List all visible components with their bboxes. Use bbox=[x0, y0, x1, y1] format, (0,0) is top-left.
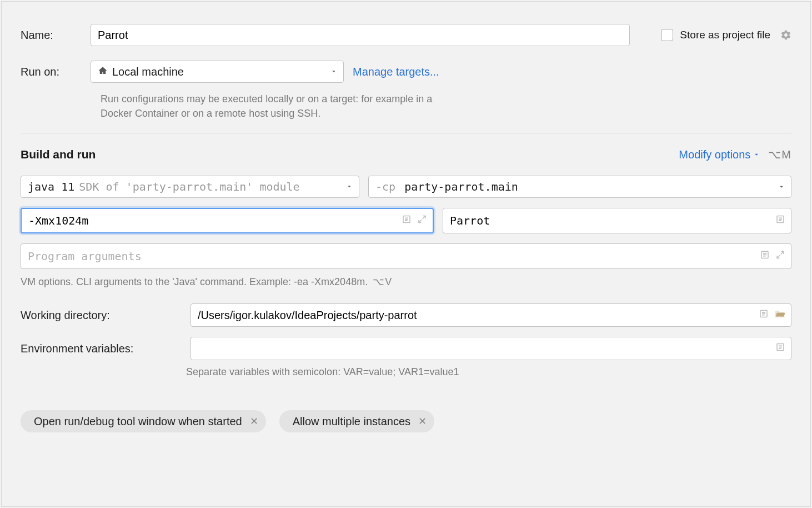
env-vars-hint: Separate variables with semicolon: VAR=v… bbox=[186, 365, 791, 379]
jdk-desc: SDK of 'party-parrot.main' module bbox=[79, 180, 299, 193]
modify-options-link[interactable]: Modify options bbox=[679, 148, 760, 161]
run-on-target-select[interactable]: Local machine bbox=[91, 61, 344, 83]
chip-open-tool-window[interactable]: Open run/debug tool window when started … bbox=[21, 410, 266, 432]
working-dir-field-wrap bbox=[191, 303, 791, 327]
working-dir-input[interactable] bbox=[191, 304, 791, 326]
section-divider bbox=[21, 133, 791, 133]
expand-icon[interactable] bbox=[774, 249, 786, 264]
working-dir-row: Working directory: bbox=[21, 303, 791, 327]
name-label: Name: bbox=[21, 29, 82, 42]
list-icon[interactable] bbox=[759, 249, 771, 264]
run-on-target-value: Local machine bbox=[112, 66, 184, 78]
build-run-header: Build and run Modify options ⌥M bbox=[21, 148, 791, 161]
vm-main-row bbox=[21, 208, 791, 233]
program-args-field-wrap bbox=[21, 243, 791, 269]
options-chips: Open run/debug tool window when started … bbox=[21, 410, 791, 432]
env-vars-row: Environment variables: bbox=[21, 337, 791, 360]
jdk-name: java 11 bbox=[28, 180, 74, 193]
close-icon[interactable]: ✕ bbox=[418, 416, 427, 426]
close-icon[interactable]: ✕ bbox=[250, 416, 258, 426]
name-input[interactable] bbox=[91, 24, 630, 46]
run-on-label: Run on: bbox=[21, 66, 82, 78]
vm-options-input[interactable] bbox=[22, 209, 433, 232]
chip-allow-multiple-instances[interactable]: Allow multiple instances ✕ bbox=[279, 410, 434, 432]
build-run-title: Build and run bbox=[21, 148, 96, 161]
name-row: Name: Store as project file bbox=[21, 24, 791, 46]
gear-icon[interactable] bbox=[780, 29, 791, 41]
jdk-select[interactable]: java 11 SDK of 'party-parrot.main' modul… bbox=[21, 176, 359, 198]
store-project-file-label: Store as project file bbox=[680, 29, 770, 41]
folder-open-icon[interactable] bbox=[773, 307, 786, 323]
expand-icon[interactable] bbox=[416, 213, 428, 228]
store-project-file-wrap: Store as project file bbox=[661, 29, 791, 41]
list-icon[interactable] bbox=[774, 213, 786, 228]
modify-options-label: Modify options bbox=[679, 148, 750, 161]
chip-label: Allow multiple instances bbox=[293, 415, 410, 428]
run-on-hint: Run configurations may be executed local… bbox=[101, 92, 456, 121]
run-config-panel: Name: Store as project file Run on: Loca… bbox=[1, 1, 811, 507]
chevron-down-icon bbox=[345, 181, 353, 193]
classpath-flag: -cp bbox=[375, 180, 395, 193]
working-dir-label: Working directory: bbox=[21, 309, 182, 322]
modify-options-wrap: Modify options ⌥M bbox=[679, 148, 791, 161]
vm-options-field-wrap bbox=[21, 208, 434, 233]
list-icon[interactable] bbox=[400, 213, 413, 228]
store-project-file-checkbox[interactable] bbox=[661, 29, 673, 41]
main-class-input[interactable] bbox=[443, 208, 791, 233]
sdk-cp-row: java 11 SDK of 'party-parrot.main' modul… bbox=[21, 176, 791, 198]
classpath-value: party-parrot.main bbox=[404, 180, 518, 193]
chip-label: Open run/debug tool window when started bbox=[34, 415, 242, 428]
program-args-input[interactable] bbox=[21, 244, 791, 268]
classpath-select[interactable]: -cp party-parrot.main bbox=[368, 176, 791, 198]
vm-options-hint-row: VM options. CLI arguments to the 'Java' … bbox=[21, 275, 791, 289]
list-icon[interactable] bbox=[774, 341, 786, 356]
manage-targets-link[interactable]: Manage targets... bbox=[353, 66, 439, 78]
chevron-down-icon bbox=[330, 66, 338, 78]
chevron-down-icon bbox=[753, 151, 760, 158]
chevron-down-icon bbox=[778, 180, 785, 193]
vm-options-shortcut: ⌥V bbox=[373, 276, 392, 287]
env-vars-input[interactable] bbox=[191, 337, 791, 360]
env-vars-label: Environment variables: bbox=[21, 342, 182, 355]
run-on-row: Run on: Local machine Manage targets... bbox=[21, 61, 791, 83]
env-vars-field-wrap bbox=[191, 337, 791, 360]
vm-options-hint: VM options. CLI arguments to the 'Java' … bbox=[21, 276, 368, 287]
modify-options-shortcut: ⌥M bbox=[768, 148, 791, 161]
home-icon bbox=[98, 66, 108, 78]
list-icon[interactable] bbox=[758, 308, 770, 323]
main-class-field-wrap bbox=[443, 208, 791, 233]
